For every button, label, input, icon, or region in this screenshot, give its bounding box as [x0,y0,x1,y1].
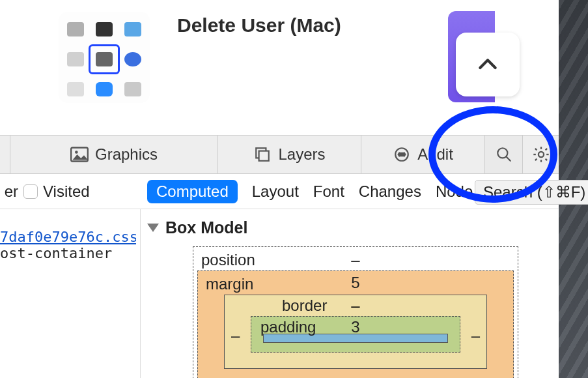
tab-layers[interactable]: Layers [218,136,361,173]
visited-label: Visited [43,182,90,201]
border-top-value: – [351,297,359,315]
tab-label: Audit [417,145,453,164]
margin-label: margin [206,275,253,293]
graphics-icon [70,147,89,162]
search-tooltip: Search (⇧⌘F) [475,180,588,205]
stylesheet-link[interactable]: 7daf0e79e76c.css:… [0,229,136,245]
svg-point-7 [538,152,543,157]
users-groups-icon [89,44,120,74]
svg-line-6 [506,156,511,161]
tab-graphics[interactable]: Graphics [10,136,218,173]
search-button[interactable] [485,136,523,173]
devtools-tabbar: Graphics Layers Audit [0,135,559,174]
settings-button[interactable] [523,136,559,173]
subtab-layout[interactable]: Layout [252,182,299,201]
article-title[interactable]: Delete User (Mac) [177,14,341,36]
margin-top-value: 5 [351,274,359,292]
subtab-node[interactable]: Node [436,182,473,201]
svg-line-12 [535,149,536,150]
truncated-pseudo-label: er [1,182,18,201]
subtab-changes[interactable]: Changes [359,182,421,201]
audit-icon [393,146,411,163]
tab-label: Graphics [95,145,158,164]
layers-icon [253,146,272,163]
selector-text: ost-container [0,245,136,261]
subtab-font[interactable]: Font [313,182,344,201]
padding-top-value: 3 [351,318,359,336]
article-thumbnail-left[interactable] [59,12,150,103]
border-label: border [282,297,327,315]
tab-label: Layers [278,145,325,164]
svg-line-13 [545,159,546,160]
visited-checkbox[interactable] [23,184,38,199]
computed-pane: Box Model position – margin 5 – border –… [141,209,559,378]
border-left-value: – [231,327,240,345]
subtab-computed[interactable]: Computed [147,180,238,203]
rules-pane: 7daf0e79e76c.css:… ost-container [0,209,141,378]
svg-point-1 [75,151,78,154]
svg-line-14 [535,159,536,160]
search-icon [496,146,512,163]
collapse-card[interactable] [456,33,520,96]
top-area: Delete User (Mac) [0,0,588,135]
border-right-value: – [471,327,480,345]
box-model-heading[interactable]: Box Model [147,218,552,237]
position-label: position [201,251,255,269]
chevron-up-icon [475,51,501,78]
position-top-value: – [351,251,359,269]
svg-rect-3 [259,151,269,161]
padding-label: padding [260,318,316,336]
gear-icon [532,145,550,164]
box-model-diagram[interactable]: position – margin 5 – border – – padding… [193,246,518,378]
svg-line-15 [545,149,546,150]
tab-audit[interactable]: Audit [361,136,485,173]
disclosure-triangle-icon [147,224,159,232]
